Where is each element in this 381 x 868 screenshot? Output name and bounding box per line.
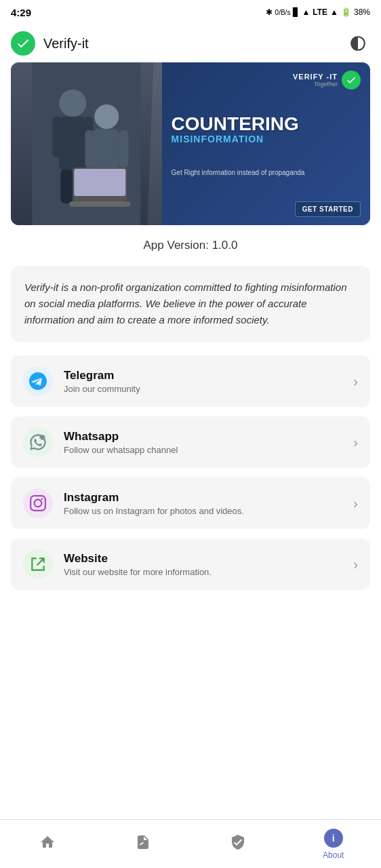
telegram-subtitle: Join our community <box>64 384 353 394</box>
telegram-icon-container <box>23 366 53 396</box>
battery-percent: 38% <box>354 7 370 17</box>
about-circle-icon: i <box>324 829 343 848</box>
nav-home[interactable] <box>0 829 96 860</box>
brightness-icon <box>349 35 367 52</box>
verify-icon <box>230 834 246 854</box>
telegram-title: Telegram <box>64 369 353 382</box>
website-title: Website <box>64 552 353 566</box>
svg-rect-2 <box>59 117 86 171</box>
website-subtitle: Visit our website for more information. <box>64 567 353 577</box>
main-content: VERIFY -IT Together COUNTERING MISINFORM… <box>0 62 381 654</box>
telegram-info: Telegram Join our community <box>64 369 353 394</box>
about-icon: i <box>324 829 343 848</box>
telegram-icon <box>29 372 47 390</box>
svg-rect-3 <box>52 117 62 157</box>
banner-photo <box>11 62 162 225</box>
bottom-nav: i About <box>0 819 381 868</box>
status-icons: ✱ 0/B/s ▊ ▲ LTE ▲ 🔋 38% <box>266 7 370 17</box>
banner: VERIFY -IT Together COUNTERING MISINFORM… <box>11 62 370 225</box>
signal-icon: ▲ <box>330 7 338 17</box>
theme-toggle-button[interactable] <box>346 31 370 56</box>
submit-svg-icon <box>135 834 151 850</box>
about-label: About <box>323 850 344 860</box>
whatsapp-card[interactable]: Whatsapp Follow our whatsapp channel › <box>11 416 370 468</box>
status-bar: 4:29 ✱ 0/B/s ▊ ▲ LTE ▲ 🔋 38% <box>0 0 381 24</box>
instagram-icon <box>29 494 47 512</box>
instagram-icon-container <box>23 488 53 518</box>
whatsapp-subtitle: Follow our whatsapp channel <box>64 445 353 455</box>
website-card[interactable]: Website Visit our website for more infor… <box>11 538 370 590</box>
instagram-subtitle: Follow us on Instagram for photos and vi… <box>64 506 353 516</box>
svg-rect-9 <box>85 130 94 167</box>
svg-rect-13 <box>69 201 130 207</box>
description-text: Verify-it is a non-profit organization c… <box>24 279 357 328</box>
version-text: App Version: 1.0.0 <box>11 239 370 252</box>
submit-icon <box>135 834 151 854</box>
website-icon <box>29 555 47 573</box>
home-icon <box>39 834 56 854</box>
banner-right: VERIFY -IT Together COUNTERING MISINFORM… <box>162 62 370 225</box>
svg-point-1 <box>59 90 86 117</box>
banner-heading1: COUNTERING <box>172 115 361 134</box>
telegram-chevron-icon: › <box>353 374 358 389</box>
nav-about[interactable]: i About <box>286 823 382 865</box>
app-title: Verify-it <box>43 36 89 52</box>
instagram-title: Instagram <box>64 491 353 505</box>
brand-name: VERIFY -IT <box>293 73 338 81</box>
svg-rect-15 <box>31 496 45 511</box>
app-bar: Verify-it <box>0 24 381 62</box>
website-info: Website Visit our website for more infor… <box>64 552 353 577</box>
whatsapp-info: Whatsapp Follow our whatsapp channel <box>64 430 353 455</box>
instagram-info: Instagram Follow us on Instagram for pho… <box>64 491 353 516</box>
brand-tagline: Together <box>293 81 338 87</box>
svg-rect-10 <box>119 130 128 167</box>
banner-heading: COUNTERING MISINFORMATION <box>172 115 361 144</box>
whatsapp-title: Whatsapp <box>64 430 353 443</box>
status-time: 4:29 <box>11 7 31 18</box>
svg-rect-12 <box>74 169 125 196</box>
people-illustration <box>11 62 162 225</box>
banner-brand: VERIFY -IT Together <box>172 71 361 90</box>
battery-icon: 🔋 <box>341 7 351 17</box>
bluetooth-icon: ✱ <box>266 7 273 17</box>
svg-rect-5 <box>60 170 73 203</box>
instagram-card[interactable]: Instagram Follow us on Instagram for pho… <box>11 477 370 529</box>
app-logo <box>11 31 35 56</box>
checkmark-icon <box>16 36 31 51</box>
svg-point-16 <box>35 500 42 507</box>
banner-image <box>11 62 162 225</box>
whatsapp-icon <box>28 433 47 452</box>
whatsapp-icon-container <box>23 427 53 457</box>
banner-heading2: MISINFORMATION <box>172 134 361 144</box>
brand-check-icon <box>342 71 361 90</box>
get-started-button[interactable]: GET STARTED <box>295 201 361 217</box>
banner-subtext: Get Right information instead of propaga… <box>172 168 361 178</box>
verify-svg-icon <box>230 834 246 850</box>
check-icon <box>346 75 357 85</box>
data-icon: 0/B/s <box>275 9 291 16</box>
whatsapp-chevron-icon: › <box>353 435 358 450</box>
telegram-card[interactable]: Telegram Join our community › <box>11 355 370 407</box>
instagram-chevron-icon: › <box>353 496 358 511</box>
lte-icon: LTE <box>313 7 327 17</box>
svg-point-17 <box>41 498 43 500</box>
home-svg-icon <box>39 834 56 850</box>
app-bar-left: Verify-it <box>11 31 89 56</box>
description-card: Verify-it is a non-profit organization c… <box>11 266 370 342</box>
nav-verify[interactable] <box>190 829 286 860</box>
website-icon-container <box>23 549 53 579</box>
nav-submit[interactable] <box>96 829 191 860</box>
wifi-icon: ▲ <box>302 7 310 17</box>
website-chevron-icon: › <box>353 557 358 572</box>
svg-point-7 <box>94 104 119 129</box>
signal-bars-icon: ▊ <box>293 7 299 17</box>
brand-text: VERIFY -IT Together <box>293 73 338 87</box>
